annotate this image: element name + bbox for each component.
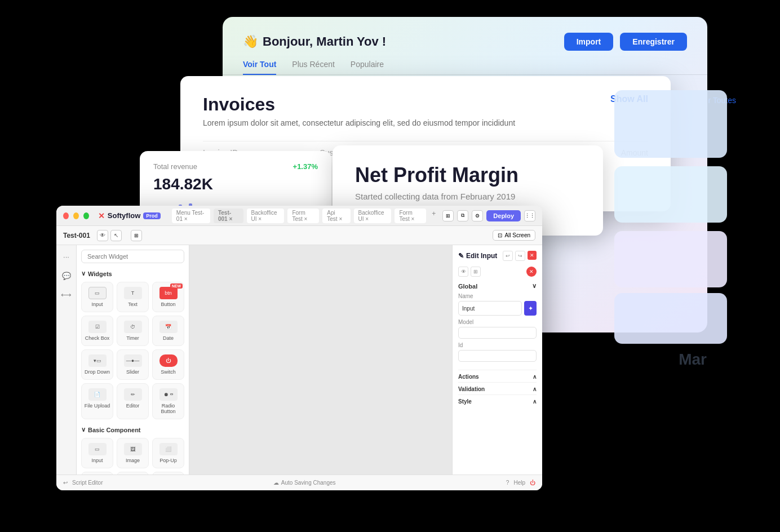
revenue-header: Total revenue +1.37% <box>153 162 318 171</box>
right-card-2 <box>614 166 727 223</box>
add-tab-button[interactable]: + <box>429 209 438 223</box>
basic-popup[interactable]: ⬜ Pop-Up <box>152 438 184 468</box>
back-panel-tabs: Voir Tout Plus Récent Populaire <box>223 60 707 75</box>
basic-image[interactable]: 🖼 Image <box>117 438 149 468</box>
widget-switch[interactable]: ⏻ Switch <box>152 349 184 380</box>
title-tab-form2[interactable]: Form Test × <box>395 209 426 223</box>
rp-name-input[interactable] <box>458 301 522 316</box>
tab-voir-tout[interactable]: Voir Tout <box>243 60 276 74</box>
enregistrer-button[interactable]: Enregistrer <box>620 33 687 51</box>
toolbar-icon-grid[interactable]: ⊞ <box>131 230 142 241</box>
basic-input[interactable]: ▭ Input <box>81 438 113 468</box>
sidebar-icon-chat[interactable]: 💬 <box>61 270 72 281</box>
rp-icon-redo[interactable]: ↪ <box>515 251 525 261</box>
tab-populaire[interactable]: Populaire <box>351 60 384 74</box>
title-tab-api[interactable]: Api Test × <box>322 209 350 223</box>
profit-subtitle: Started collecting data from February 20… <box>355 192 580 201</box>
toolbar-icon-cursor[interactable]: ↖ <box>110 230 122 241</box>
basic-number[interactable]: 123 Number <box>117 472 149 475</box>
bottom-center: ☁ Auto Saving Changes <box>273 480 336 486</box>
close-button[interactable] <box>63 212 69 219</box>
rp-close-circle[interactable]: ✕ <box>526 267 537 277</box>
widget-button[interactable]: btn Button NEW <box>152 282 184 312</box>
chevron-up-icon[interactable]: ∧ <box>533 374 537 380</box>
greeting-text: Bonjour, Martin Yov ! <box>263 34 386 49</box>
global-label: Global <box>458 283 477 290</box>
title-tabs: Menu Test-01 × Test-001 × Backoffice UI … <box>172 209 438 223</box>
widget-timer-label: Timer <box>126 335 139 341</box>
rp-magic-icon[interactable]: ✦ <box>524 301 537 316</box>
auto-saving-label: Auto Saving Changes <box>281 480 336 486</box>
invoices-header: Invoices Show All <box>203 94 648 115</box>
validation-label: Validation <box>458 386 485 392</box>
basic-image-icon: 🖼 <box>124 443 142 455</box>
widget-text[interactable]: T Text <box>117 282 149 312</box>
import-button[interactable]: Import <box>564 33 614 51</box>
widget-dropdown[interactable]: ▾▭ Drop Down <box>81 349 113 380</box>
tab-plus-recent[interactable]: Plus Récent <box>292 60 334 74</box>
sidebar-icon-dots[interactable]: ··· <box>61 251 72 262</box>
rp-name-label: Name <box>458 293 537 299</box>
title-tab-form[interactable]: Form Test × <box>287 209 319 223</box>
widget-slider[interactable]: —●— Slider <box>117 349 149 380</box>
widget-checkbox[interactable]: ☑ Check Box <box>81 316 113 346</box>
rp-id-input[interactable] <box>458 350 537 362</box>
softyflow-window: ✕ Softyflow Prod Menu Test-01 × Test-001… <box>56 206 542 490</box>
title-tab-backoffice[interactable]: Backoffice UI × <box>247 209 285 223</box>
basic-popup-label: Pop-Up <box>159 458 177 463</box>
icon-layers[interactable]: ⧉ <box>457 210 468 221</box>
script-editor-label[interactable]: Script Editor <box>72 480 103 486</box>
rp-model-input[interactable] <box>458 327 537 339</box>
minimize-button[interactable] <box>73 212 79 219</box>
widget-switch-label: Switch <box>161 369 176 375</box>
widget-timer[interactable]: ⏱ Timer <box>117 316 149 346</box>
rp-header: ✎ Edit Input ↩ ↪ ✕ <box>458 251 537 261</box>
basic-time[interactable]: 🕐 Time <box>81 472 113 475</box>
widget-checkbox-label: Check Box <box>85 335 110 341</box>
title-tab-test[interactable]: Test-001 × <box>214 209 243 223</box>
rp-eye-icon[interactable]: 👁 <box>458 267 468 277</box>
rp-close-button[interactable]: ✕ <box>528 251 537 260</box>
title-tab-backoffice2[interactable]: Backoffice UI × <box>354 209 392 223</box>
rp-grid-icon[interactable]: ⊞ <box>471 267 481 277</box>
widget-text-label: Text <box>128 302 138 307</box>
bottom-right: ? Help ⏻ <box>506 480 535 486</box>
power-icon[interactable]: ⏻ <box>530 480 535 486</box>
undo-icon[interactable]: ↩ <box>63 480 68 486</box>
maximize-button[interactable] <box>83 212 89 219</box>
widgets-section-title[interactable]: ∨ Widgets <box>81 270 184 277</box>
widget-input[interactable]: ▭ Input <box>81 282 113 312</box>
chevron-up-icon-2[interactable]: ∧ <box>533 386 537 392</box>
rp-style-section: Style ∧ <box>458 394 537 405</box>
icon-more[interactable]: ⋮⋮ <box>524 210 535 221</box>
rp-validation-section: Validation ∧ <box>458 382 537 392</box>
widget-date[interactable]: 📅 Date <box>152 316 184 346</box>
widgets-grid: ▭ Input T Text btn Button NEW ☑ Check Bo… <box>81 282 184 419</box>
widget-checkbox-icon: ☑ <box>88 321 107 333</box>
right-panel: ✎ Edit Input ↩ ↪ ✕ 👁 ⊞ ✕ Global ∨ <box>452 245 542 475</box>
deploy-button[interactable]: Deploy <box>486 210 521 221</box>
sidebar-icon-share[interactable]: ⟷ <box>61 289 72 300</box>
canvas-area[interactable] <box>189 245 452 475</box>
brand-name: Softyflow <box>108 211 141 220</box>
icon-grid[interactable]: ⊞ <box>442 210 454 221</box>
widget-editor-icon: ✏ <box>124 388 142 401</box>
help-label[interactable]: Help <box>513 480 525 486</box>
icon-settings[interactable]: ⚙ <box>472 210 483 221</box>
basic-image-label: Image <box>126 458 140 463</box>
basic-rate[interactable]: ★ Rate <box>152 472 184 475</box>
title-tab-menu[interactable]: Menu Test-01 × <box>172 209 210 223</box>
widget-radio[interactable]: ⏺ ▭ Radio Button <box>152 383 184 419</box>
rp-icon-undo[interactable]: ↩ <box>503 251 513 261</box>
actions-label: Actions <box>458 374 479 380</box>
cloud-icon: ☁ <box>273 480 279 486</box>
widget-file[interactable]: 📄 File Upload <box>81 383 113 419</box>
app-brand: ✕ Softyflow Prod <box>98 211 161 220</box>
widget-editor[interactable]: ✏ Editor <box>117 383 149 419</box>
chevron-up-icon-3[interactable]: ∧ <box>533 398 537 405</box>
all-screen-button[interactable]: ⊡ All Screen <box>493 230 535 241</box>
toolbar-icon-eye[interactable]: 👁 <box>97 230 108 241</box>
widget-radio-icon: ⏺ ▭ <box>159 388 178 401</box>
search-widget-input[interactable] <box>81 250 184 263</box>
basic-section-title[interactable]: ∨ Basic Component <box>81 426 184 433</box>
